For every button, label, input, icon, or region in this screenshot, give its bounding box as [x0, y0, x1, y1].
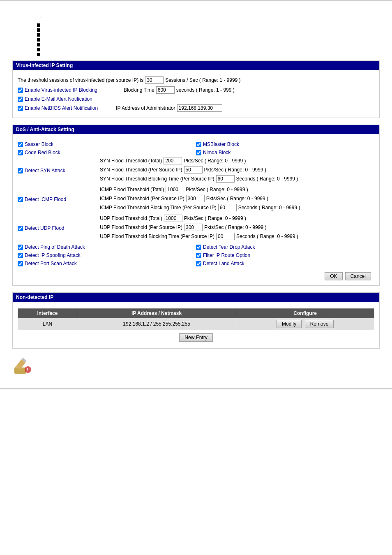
enable-netbios-checkbox[interactable]	[18, 106, 23, 111]
udp-total-input[interactable]	[164, 215, 182, 222]
arrow-section: →	[37, 14, 380, 20]
icmp-per-source-input[interactable]	[186, 195, 205, 202]
blocking-time-label: Blocking Time	[124, 87, 154, 93]
detect-syn-checkbox[interactable]	[18, 168, 23, 173]
bullet-list	[37, 23, 380, 56]
enable-blocking-label: Enable Virus-infected IP Blocking	[25, 87, 97, 93]
dos-row-2: Code Red Block Nimda Block	[18, 149, 374, 156]
icmp-per-source-suffix: Pkts/Sec ( Range: 0 - 9999 )	[206, 196, 268, 201]
codered-label: Code Red Block	[25, 150, 60, 155]
udp-blocking-suffix: Seconds ( Range: 0 - 9999 )	[236, 234, 298, 239]
bottom-border	[0, 388, 392, 389]
arrow-icon: →	[37, 14, 43, 20]
dos-section: DoS / Anti-Attack Setting Sasser Block M…	[12, 125, 380, 286]
note-icon: !	[12, 355, 33, 376]
cell-interface: LAN	[18, 318, 77, 330]
syn-total-line: SYN Flood Threshold (Total) Pkts/Sec ( R…	[100, 157, 374, 164]
new-entry-button[interactable]: New Entry	[179, 333, 212, 342]
udp-total-label: UDP Flood Threshold (Total)	[100, 215, 162, 221]
dos-cell-ping: Detect Ping of Death Attack	[18, 243, 196, 251]
note-svg: !	[12, 355, 33, 376]
syn-per-source-input[interactable]	[184, 166, 203, 173]
bullet-icon	[37, 53, 40, 56]
modify-button[interactable]: Modify	[277, 320, 302, 328]
sasser-checkbox[interactable]	[18, 142, 23, 147]
udp-per-source-input[interactable]	[184, 224, 203, 231]
detect-udp-checkbox[interactable]	[18, 226, 23, 231]
virus-section-header: Virus-infected IP Setting	[13, 61, 379, 70]
udp-total-suffix: Pkts/Sec ( Range: 0 - 9999 )	[184, 215, 246, 221]
dos-cell-nimda: Nimda Block	[196, 149, 374, 156]
non-detected-title: Non-detected IP	[16, 294, 53, 300]
content-area: →	[0, 5, 392, 384]
msblaster-label: MSBlaster Block	[203, 141, 239, 147]
threshold-row: The threshold sessions of virus-infected…	[18, 76, 374, 84]
sasser-label: Sasser Block	[25, 141, 53, 147]
icmp-total-suffix: Pkts/Sec ( Range: 0 - 9999 )	[186, 187, 248, 192]
list-item	[37, 23, 380, 27]
svg-text:!: !	[27, 368, 28, 372]
syn-thresholds: SYN Flood Threshold (Total) Pkts/Sec ( R…	[100, 157, 374, 184]
table-row: LAN 192.168.1.2 / 255.255.255.255 Modify…	[18, 318, 374, 330]
icmp-per-source-label: ICMP Flood Threshold (Per Source IP)	[100, 196, 184, 201]
icmp-total-line: ICMP Flood Threshold (Total) Pkts/Sec ( …	[100, 186, 374, 193]
enable-email-label: Enable E-Mail Alert Notification	[25, 96, 92, 102]
udp-block: Detect UDP Flood UDP Flood Threshold (To…	[18, 215, 374, 242]
udp-blocking-input[interactable]	[216, 233, 235, 240]
col-interface: Interface	[18, 309, 77, 318]
remove-button[interactable]: Remove	[305, 320, 334, 328]
syn-cell: Detect SYN Attack	[18, 157, 100, 184]
icmp-total-input[interactable]	[166, 186, 184, 193]
threshold-suffix: Sessions / Sec ( Range: 1 - 9999 )	[165, 77, 240, 83]
ok-button[interactable]: OK	[325, 272, 342, 280]
blocking-time-input[interactable]	[156, 86, 175, 94]
ip-admin-input[interactable]	[177, 104, 222, 112]
bullet-icon	[37, 43, 40, 46]
syn-total-label: SYN Flood Threshold (Total)	[100, 158, 162, 164]
detect-portscan-checkbox[interactable]	[18, 261, 23, 266]
udp-per-source-label: UDP Flood Threshold (Per Source IP)	[100, 224, 182, 230]
enable-email-checkbox[interactable]	[18, 97, 23, 102]
dos-section-title: DoS / Anti-Attack Setting	[16, 127, 74, 132]
syn-total-input[interactable]	[164, 157, 182, 164]
syn-blocking-suffix: Seconds ( Range: 0 - 9999 )	[236, 176, 298, 182]
cell-ip-netmask: 192.168.1.2 / 255.255.255.255	[77, 318, 236, 330]
threshold-label: The threshold sessions of virus-infected…	[18, 77, 143, 83]
detect-spoof-checkbox[interactable]	[18, 253, 23, 258]
syn-blocking-input[interactable]	[216, 175, 235, 183]
bullet-icon	[37, 48, 40, 51]
virus-section: Virus-infected IP Setting The threshold …	[12, 60, 380, 118]
nimda-checkbox[interactable]	[196, 150, 201, 155]
filter-ip-checkbox[interactable]	[196, 253, 201, 258]
enable-blocking-row: Enable Virus-infected IP Blocking Blocki…	[18, 86, 374, 94]
bullet-icon	[37, 23, 40, 27]
udp-blocking-label: UDP Flood Threshold Blocking Time (Per S…	[100, 234, 214, 239]
detect-icmp-checkbox[interactable]	[18, 197, 23, 202]
msblaster-checkbox[interactable]	[196, 142, 201, 147]
detect-syn-label: Detect SYN Attack	[25, 168, 65, 173]
icmp-blocking-suffix: Seconds ( Range: 0 - 9999 )	[238, 205, 300, 210]
dos-cell-tear: Detect Tear Drop Attack	[196, 243, 374, 251]
detect-ping-checkbox[interactable]	[18, 245, 23, 250]
threshold-input[interactable]	[145, 76, 164, 84]
bullet-icon	[37, 33, 40, 37]
detect-tear-checkbox[interactable]	[196, 245, 201, 250]
list-item	[37, 28, 380, 32]
enable-blocking-checkbox[interactable]	[18, 88, 23, 93]
dos-cell-sasser: Sasser Block	[18, 141, 196, 148]
codered-checkbox[interactable]	[18, 150, 23, 155]
icmp-thresholds: ICMP Flood Threshold (Total) Pkts/Sec ( …	[100, 186, 374, 213]
cancel-button[interactable]: Cancel	[345, 272, 371, 280]
list-item	[37, 43, 380, 46]
dos-cell-spoof: Detect IP Spoofing Attack	[18, 252, 196, 259]
udp-per-source-suffix: Pkts/Sec ( Range: 0 - 9999 )	[204, 224, 266, 230]
table-body: LAN 192.168.1.2 / 255.255.255.255 Modify…	[18, 318, 374, 330]
detect-spoof-label: Detect IP Spoofing Attack	[25, 252, 81, 258]
icmp-blocking-input[interactable]	[218, 204, 237, 211]
new-entry-row: New Entry	[18, 333, 374, 342]
list-item	[37, 53, 380, 56]
detect-land-checkbox[interactable]	[196, 261, 201, 266]
dos-cell-portscan: Detect Port Scan Attack	[18, 260, 196, 267]
header-row: Interface IP Address / Netmask Configure	[18, 309, 374, 318]
detect-land-label: Detect Land Attack	[203, 261, 244, 266]
